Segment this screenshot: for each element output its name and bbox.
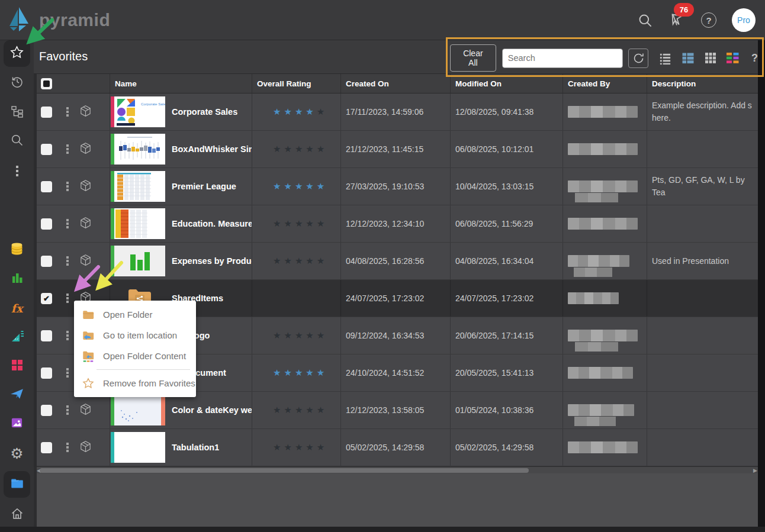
created-by-redacted <box>568 106 638 118</box>
column-header-created-on[interactable]: Created On <box>340 74 450 93</box>
row-menu-dots-icon[interactable] <box>66 255 69 267</box>
sidebar-item-hierarchy[interactable] <box>4 99 30 125</box>
go-to-location-icon <box>81 328 95 343</box>
sidebar-item-home[interactable] <box>4 501 30 528</box>
table-row[interactable]: Tabulation1 ★★★★★ 05/02/2025, 14:29:58 0… <box>37 429 758 466</box>
menu-item-open-folder-content[interactable]: Open Folder Content <box>74 346 196 366</box>
search-icon[interactable] <box>636 11 654 29</box>
rating-stars: ★★★★★ <box>252 168 340 205</box>
cube-icon[interactable] <box>79 216 92 232</box>
notifications-icon[interactable]: 76 <box>668 11 686 29</box>
menu-item-open-folder[interactable]: Open Folder <box>74 304 196 325</box>
row-checkbox[interactable] <box>41 181 52 192</box>
more-dots-icon <box>16 164 18 178</box>
column-header-modified-on[interactable]: Modified On <box>450 74 562 93</box>
list-view-icon[interactable] <box>658 51 673 66</box>
tiles-view-icon[interactable] <box>725 51 740 66</box>
row-checkbox[interactable] <box>41 107 52 118</box>
sidebar-item-favorites[interactable] <box>4 40 30 67</box>
row-menu-dots-icon[interactable] <box>66 143 69 155</box>
column-header-name[interactable]: Name <box>110 74 252 93</box>
sidebar-item-formulate[interactable]: fx <box>4 295 30 321</box>
column-header-created-by[interactable]: Created By <box>562 74 647 93</box>
row-menu-dots-icon[interactable] <box>66 106 69 118</box>
history-icon <box>10 75 24 91</box>
images-icon <box>10 416 24 432</box>
search-input[interactable] <box>503 49 623 67</box>
table-row[interactable]: Expenses by Product ★★★★★ 04/08/2025, 16… <box>37 243 758 280</box>
details-view-icon[interactable] <box>680 51 695 66</box>
help-icon[interactable]: ? <box>700 11 718 29</box>
menu-item-label: Remove from Favorites <box>103 378 195 388</box>
cube-icon[interactable] <box>79 440 92 456</box>
table-row[interactable]: Color & dateKey we ★★★★★ 12/12/2023, 13:… <box>37 392 758 429</box>
table-row[interactable]: Premier League ★★★★★ 27/03/2025, 19:10:5… <box>37 168 758 205</box>
row-checkbox[interactable] <box>41 256 52 267</box>
modified-on: 04/08/2025, 16:34:04 <box>450 243 562 279</box>
row-checkbox[interactable] <box>41 442 52 453</box>
cube-icon[interactable] <box>79 253 92 269</box>
row-menu-dots-icon[interactable] <box>66 441 69 453</box>
menu-item-remove-from-favorites[interactable]: Remove from Favorites <box>74 373 196 394</box>
sidebar-item-content[interactable] <box>4 471 30 498</box>
row-menu-dots-icon[interactable] <box>66 292 69 304</box>
created-on: 24/10/2024, 14:51:52 <box>340 354 450 391</box>
sidebar-item-settings[interactable]: ⚙ <box>4 440 30 467</box>
cube-icon[interactable] <box>79 179 92 195</box>
table-row[interactable]: Corporate Sales Corporate Sales ★★★★★ 17… <box>37 93 758 131</box>
sidebar-item-present[interactable] <box>4 324 30 350</box>
rating-stars: ★★★★★ <box>252 131 340 167</box>
select-all-checkbox[interactable] <box>41 78 52 89</box>
star-icon: ★ <box>284 330 291 341</box>
star-icon: ★ <box>295 107 303 117</box>
horizontal-scrollbar[interactable]: ◀ ▶ <box>37 467 758 473</box>
star-icon: ★ <box>317 218 324 229</box>
cube-icon[interactable] <box>79 402 92 418</box>
sidebar-item-publish[interactable] <box>4 382 30 408</box>
row-menu-dots-icon[interactable] <box>66 367 69 379</box>
star-icon: ★ <box>284 256 291 266</box>
avatar[interactable]: Pro <box>732 8 756 32</box>
formulas-icon: fx <box>11 302 23 315</box>
sidebar-item-tabulate[interactable] <box>4 353 30 379</box>
thumbnail <box>114 208 165 239</box>
row-menu-dots-icon[interactable] <box>66 218 69 230</box>
clear-all-button[interactable]: Clear All <box>450 44 496 72</box>
row-checkbox[interactable] <box>41 218 52 230</box>
row-checkbox[interactable] <box>41 144 52 155</box>
view-switcher: ? <box>658 51 758 66</box>
sidebar-item-database[interactable] <box>4 237 30 263</box>
topbar: pyramid 76 ? Pro <box>0 0 765 40</box>
item-name: Premier League <box>172 182 236 191</box>
column-header-description[interactable]: Description <box>647 74 758 93</box>
scrollbar-thumb[interactable] <box>40 468 529 473</box>
toolbar-help-icon[interactable]: ? <box>751 52 758 65</box>
sidebar-item-search[interactable] <box>4 128 30 154</box>
row-menu-dots-icon[interactable] <box>66 404 69 416</box>
sidebar-item-more[interactable] <box>4 157 30 184</box>
row-checkbox[interactable] <box>41 330 52 341</box>
column-header-rating[interactable]: Overall Rating <box>252 74 340 93</box>
row-checkbox[interactable] <box>41 405 52 416</box>
description: Example description. Add s here. <box>647 93 758 130</box>
created-on: 09/12/2024, 16:34:53 <box>340 317 450 354</box>
row-menu-dots-icon[interactable] <box>66 180 69 192</box>
row-checkbox[interactable]: ✔ <box>41 293 52 304</box>
grid-view-icon[interactable] <box>703 51 718 66</box>
sidebar-item-illustrate[interactable] <box>4 411 30 437</box>
scroll-right-arrow[interactable]: ▶ <box>753 467 757 473</box>
refresh-icon[interactable] <box>628 49 648 68</box>
menu-item-go-to-item-location[interactable]: Go to item location <box>74 325 196 346</box>
sidebar-item-history[interactable] <box>4 69 30 96</box>
cube-icon[interactable] <box>79 104 92 120</box>
star-icon: ★ <box>284 107 291 117</box>
sidebar-item-discover[interactable] <box>4 266 30 292</box>
table-row[interactable]: Education. Measures ★★★★★ 12/12/2023, 12… <box>37 205 758 243</box>
row-checkbox[interactable] <box>41 367 52 379</box>
left-gap <box>34 74 37 467</box>
cube-icon[interactable] <box>79 141 92 157</box>
star-icon: ★ <box>317 442 324 453</box>
table-row[interactable]: BoxAndWhisker Sim ★★★★★ 21/12/2023, 11:4… <box>37 131 758 168</box>
row-menu-dots-icon[interactable] <box>66 330 69 341</box>
rating-stars: ★★★★★ <box>252 317 340 354</box>
